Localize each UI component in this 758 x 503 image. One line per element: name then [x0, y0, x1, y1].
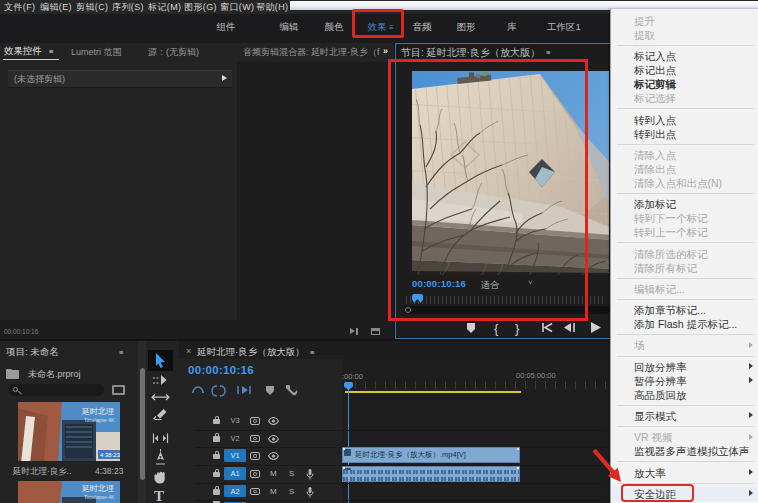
svg-text:}: }	[515, 321, 520, 336]
svg-text:Timelapse 4K: Timelapse 4K	[84, 417, 115, 423]
svg-text:Timelapse 4K: Timelapse 4K	[84, 494, 115, 500]
svg-text:延时北理: 延时北理	[81, 407, 114, 416]
svg-text:4:38:23: 4:38:23	[100, 452, 120, 458]
svg-text:{: {	[494, 321, 499, 336]
svg-text:延时北理: 延时北理	[81, 484, 114, 493]
svg-text:T: T	[154, 488, 164, 503]
